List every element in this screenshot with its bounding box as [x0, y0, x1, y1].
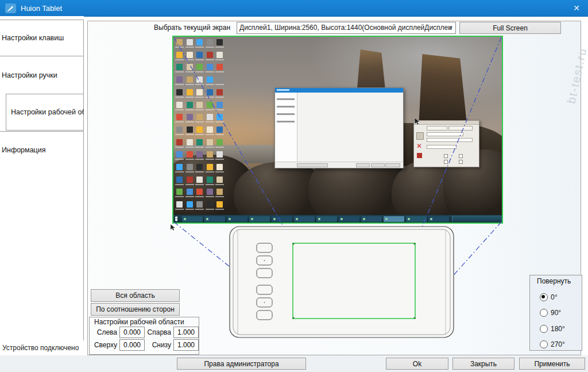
desktop-icon: [176, 164, 183, 170]
desktop-icon: [176, 89, 183, 95]
taskbar-app-button: [339, 216, 359, 222]
window-title: Huion Tablet: [21, 4, 62, 13]
rotate-label: Повернуть: [537, 277, 571, 285]
desktop-icon: [216, 39, 223, 45]
desktop-icon: [196, 139, 203, 145]
taskbar-app-button: [384, 216, 404, 222]
desktop-icon: [216, 76, 223, 83]
field-top: Сверху Снизу: [92, 339, 199, 351]
desktop-icon: [216, 139, 223, 145]
left-input[interactable]: [119, 327, 145, 338]
desktop-icon: [176, 139, 183, 145]
screen-select-label: Выбрать текущий экран: [154, 24, 230, 32]
rotate-option-0°[interactable]: 0°: [540, 289, 565, 305]
taskbar-app-button: [294, 216, 315, 222]
desktop-icon: [216, 201, 223, 208]
mini-app-window: [274, 87, 404, 168]
mini-title-bar: [275, 88, 403, 93]
desktop-icon: [196, 201, 203, 208]
desktop-icon: [207, 201, 213, 208]
rotate-option-180°[interactable]: 180°: [540, 321, 565, 337]
taskbar-app-button: [249, 216, 270, 222]
mini-dialog-icon: [416, 132, 424, 140]
desktop-icon: [176, 151, 183, 158]
sidebar-item-information[interactable]: Информация: [0, 131, 83, 168]
rotate-option-label: 0°: [551, 293, 557, 301]
sidebar-divider: [83, 20, 84, 340]
rotate-options: 0°90°180°270°: [540, 289, 565, 352]
right-input[interactable]: [173, 327, 199, 338]
rotate-option-label: 90°: [551, 309, 561, 317]
desktop-icon: [196, 64, 203, 70]
desktop-icon: [207, 177, 213, 183]
display-select[interactable]: Дисплей1, Ширина:2560, Высота:1440(Основ…: [237, 22, 456, 34]
mini-red-square-icon: [417, 153, 422, 158]
desktop-icon: [216, 102, 223, 108]
desktop-icon: [187, 114, 193, 120]
rotate-group: Повернуть 0°90°180°270°: [529, 275, 582, 351]
desktop-icon: [207, 89, 213, 95]
desktop-icon: [176, 102, 183, 108]
right-label: Спарва: [145, 328, 171, 336]
desktop-icon: [207, 114, 213, 120]
ok-button[interactable]: Ok: [386, 358, 448, 370]
desktop-icon: [216, 89, 223, 95]
desktop-icon: [176, 177, 183, 183]
field-left: Слева Спарва: [92, 327, 199, 338]
rotate-option-label: 180°: [551, 325, 565, 333]
desktop-icon: [216, 64, 223, 70]
radio-icon: [540, 293, 548, 301]
desktop-icon: [176, 114, 183, 120]
aspect-ratio-button[interactable]: По соотношению сторон: [91, 303, 180, 316]
top-input[interactable]: [119, 339, 145, 351]
desktop-icon: [176, 39, 183, 45]
desktop-icon: [187, 89, 193, 95]
desktop-icon: [187, 177, 193, 183]
desktop-icon: [187, 139, 193, 145]
desktop-icon: [207, 64, 213, 70]
left-label: Слева: [92, 328, 117, 336]
screen-mapping-preview[interactable]: ✕: [172, 36, 503, 224]
mini-sidebar: [275, 93, 297, 162]
desktop-icon: [196, 189, 203, 195]
taskbar-app-button: [316, 216, 337, 222]
close-window-button[interactable]: Закрыть: [452, 358, 514, 370]
desktop-icon: [187, 39, 193, 45]
desktop-icon: [207, 164, 213, 170]
desktop-icon: [176, 52, 183, 58]
desktop-icon: [176, 76, 183, 83]
close-icon[interactable]: ✕: [571, 2, 582, 14]
desktop-icon: [216, 164, 223, 170]
desktop-icon: [196, 76, 203, 83]
desktop-icon: [216, 151, 223, 158]
desktop-icon: [216, 114, 223, 120]
rotate-option-90°[interactable]: 90°: [540, 305, 565, 321]
desktop-icon: [196, 114, 203, 120]
desktop-icon: [196, 164, 203, 170]
sidebar-item-work-area-settings[interactable]: Настройки рабочей облас: [6, 94, 84, 131]
chevron-down-icon: ∨: [448, 22, 453, 33]
bottom-label: Снизу: [145, 341, 171, 349]
desktop-icon: [207, 139, 213, 145]
huion-tablet-window: Huion Tablet ✕ Настройки клавиш Настройк…: [0, 0, 588, 372]
desktop-icon: [187, 201, 193, 208]
desktop-icon: [196, 89, 203, 95]
bottom-input[interactable]: [173, 339, 199, 351]
apply-button[interactable]: Применить: [519, 358, 585, 370]
full-screen-button[interactable]: Full Screen: [459, 22, 561, 34]
rotate-option-270°[interactable]: 270°: [540, 337, 565, 353]
sidebar-item-pen-settings[interactable]: Настройки ручки: [0, 57, 83, 94]
desktop-icon: [207, 102, 213, 108]
full-area-button[interactable]: Вся область: [91, 289, 180, 302]
desktop-icon: [187, 76, 193, 83]
desktop-icon: [187, 52, 193, 58]
mini-footer: [275, 162, 403, 168]
work-area-group-label: Настройки рабочей области: [94, 318, 184, 326]
admin-rights-button[interactable]: Права администратора: [177, 358, 306, 370]
desktop-icon: [187, 64, 193, 70]
taskbar-app-button: [182, 216, 203, 222]
sidebar-item-key-settings[interactable]: Настройки клавиш: [0, 20, 83, 56]
desktop-icon: [176, 189, 183, 195]
rotate-option-label: 270°: [551, 340, 565, 348]
desktop-icon: [207, 39, 213, 45]
